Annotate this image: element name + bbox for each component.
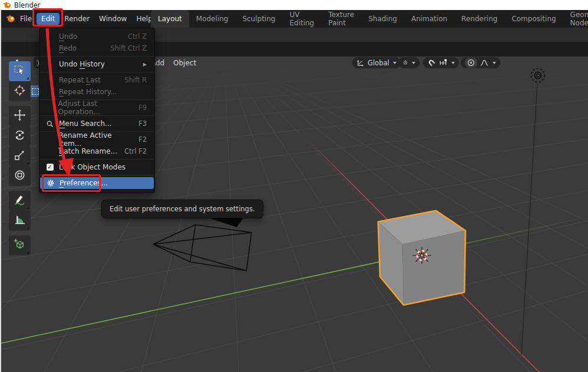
menu-item-label: Menu Search... <box>59 119 111 128</box>
checkbox-checked-icon: ✓ <box>47 164 54 171</box>
menu-item-label: Batch Rename... <box>59 147 117 155</box>
menu-separator <box>40 56 154 57</box>
menu-item-label: Redo <box>59 44 77 52</box>
workspace-tabs: LayoutModelingSculptingUV EditingTexture… <box>151 10 588 28</box>
proportional-circle-icon <box>467 58 475 67</box>
menu-item-shortcut: Ctrl F2 <box>124 147 147 155</box>
chevron-down-icon <box>493 62 496 64</box>
menu-item-shortcut: Shift Ctrl Z <box>110 44 147 52</box>
menu-item-batch-rename[interactable]: Batch Rename...Ctrl F2 <box>39 145 154 157</box>
select-box-icon <box>13 64 27 79</box>
scale-icon <box>13 148 27 164</box>
pivot-point-icon <box>402 58 408 67</box>
menubar-menus: FileEditRenderWindowHelp <box>0 13 157 25</box>
axis-y-green <box>1 214 588 343</box>
camera-up-triangle <box>206 217 243 227</box>
menu-item-redo[interactable]: RedoShift Ctrl Z <box>39 42 154 54</box>
tool-rotate[interactable] <box>9 126 31 146</box>
move-icon <box>13 108 27 124</box>
top-menu-bar: FileEditRenderWindowHelp LayoutModelingS… <box>0 10 588 28</box>
menu-item-rename-active-item[interactable]: Rename Active Item...F2 <box>39 134 154 145</box>
chevron-down-icon <box>393 62 397 64</box>
snap-controls <box>423 57 459 68</box>
window-title: Blender <box>14 1 41 9</box>
menu-item-shortcut: F2 <box>138 135 147 144</box>
menu-item-label: Preferences... <box>60 179 108 187</box>
snap-magnet-icon[interactable] <box>427 58 436 67</box>
menu-item-label: Lock Object Modes <box>59 163 125 171</box>
proportional-editing-controls <box>461 57 500 68</box>
tool-measure[interactable] <box>9 211 31 231</box>
menu-item-label: Rename Active Item... <box>58 131 134 148</box>
annotate-icon <box>13 193 27 208</box>
menu-item-adjust-last-operation[interactable]: Adjust Last Operation...F9 <box>39 102 154 114</box>
menu-item-shortcut: Shift R <box>124 76 147 84</box>
add-cube-icon <box>13 238 27 253</box>
menu-separator <box>40 175 154 175</box>
menu-item-label: Repeat Last <box>59 76 101 84</box>
camera-object[interactable] <box>153 217 252 271</box>
menu-separator <box>40 72 154 72</box>
window-left-border <box>0 10 1 372</box>
chevron-down-icon <box>451 62 455 64</box>
search-icon <box>45 120 55 128</box>
edit-dropdown-menu: UndoCtrl ZRedoShift Ctrl ZUndo History▶R… <box>39 28 155 193</box>
proportional-editing-toggle[interactable] <box>465 58 477 68</box>
tab-geometry-nodes[interactable]: Geometry Nodes <box>563 10 588 28</box>
menu-item-lock-object-modes[interactable]: ✓Lock Object Modes <box>39 161 154 173</box>
rotate-icon <box>13 128 27 144</box>
cursor-3d-icon <box>13 84 27 99</box>
submenu-arrow-icon: ▶ <box>143 62 147 67</box>
blender-logo-icon <box>2 1 11 9</box>
menu-item-repeat-last[interactable]: Repeat LastShift R <box>39 74 154 86</box>
menu-item-shortcut: F9 <box>138 104 147 112</box>
blender-app-icon[interactable] <box>5 14 15 23</box>
tooltip: Edit user preferences and system setting… <box>101 200 263 218</box>
tool-move[interactable] <box>9 106 31 126</box>
tab-layout[interactable]: Layout <box>151 10 189 28</box>
menubar-edit[interactable]: Edit <box>37 13 60 25</box>
menubar-window[interactable]: Window <box>94 13 131 25</box>
tool-transform[interactable] <box>9 166 31 186</box>
menu-item-label: Undo History <box>59 60 105 68</box>
tab-uv-editing[interactable]: UV Editing <box>282 10 321 28</box>
menubar-file[interactable]: File <box>15 13 37 25</box>
tab-shading[interactable]: Shading <box>361 10 404 28</box>
pivot-point-dropdown[interactable] <box>398 57 419 68</box>
orientation-value: Global <box>368 59 389 67</box>
menu-item-preferences[interactable]: Preferences... <box>40 177 154 189</box>
tab-animation[interactable]: Animation <box>404 10 454 28</box>
menu-separator <box>40 159 154 160</box>
menu-item-shortcut: Ctrl Z <box>128 32 147 41</box>
tool-scale[interactable] <box>9 146 31 166</box>
tool-annotate[interactable] <box>9 191 31 211</box>
menu-item-menu-search[interactable]: Menu Search...F3 <box>39 118 154 129</box>
tab-modeling[interactable]: Modeling <box>189 10 236 28</box>
falloff-curve-icon[interactable] <box>480 58 489 67</box>
object-menu[interactable]: Object <box>170 57 200 68</box>
menu-item-label: Undo <box>59 32 77 41</box>
tool-add-cube[interactable] <box>9 235 31 255</box>
title-bar: Blender <box>0 0 588 10</box>
transform-orientation-dropdown[interactable]: Global <box>352 57 401 68</box>
menu-item-label: Adjust Last Operation... <box>58 99 134 116</box>
orientation-axes-icon <box>356 58 365 67</box>
tab-sculpting[interactable]: Sculpting <box>235 10 282 28</box>
select-box-mode-icon <box>32 88 39 95</box>
tab-compositing[interactable]: Compositing <box>504 10 563 28</box>
snap-increment-icon[interactable] <box>438 58 448 67</box>
tab-rendering[interactable]: Rendering <box>454 10 504 28</box>
menu-item-label: Repeat History... <box>59 88 117 96</box>
measure-icon <box>13 213 27 228</box>
tab-texture-paint[interactable]: Texture Paint <box>321 10 361 28</box>
menubar-render[interactable]: Render <box>60 13 94 25</box>
menu-item-undo-history[interactable]: Undo History▶ <box>39 58 154 70</box>
checkbox-icon: ✓ <box>45 164 55 171</box>
tool-cursor-3d[interactable] <box>9 81 31 101</box>
menu-item-shortcut: F3 <box>138 119 147 128</box>
tool-select-box[interactable] <box>9 61 31 81</box>
transform-icon <box>13 168 27 184</box>
gear-icon <box>45 179 55 187</box>
menu-item-repeat-history[interactable]: Repeat History... <box>39 86 154 98</box>
menu-item-undo[interactable]: UndoCtrl Z <box>39 31 154 42</box>
